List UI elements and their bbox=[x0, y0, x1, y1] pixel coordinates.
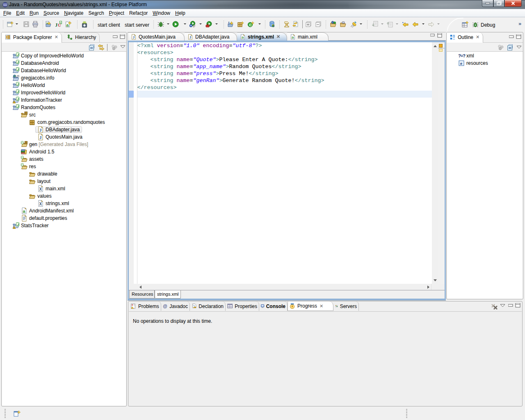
svg-text:C: C bbox=[249, 23, 252, 27]
svg-text:X: X bbox=[39, 202, 42, 206]
svg-text:a: a bbox=[242, 34, 244, 39]
svg-text:J: J bbox=[17, 60, 19, 64]
svg-text:J: J bbox=[17, 82, 19, 86]
svg-text:J: J bbox=[39, 135, 42, 140]
svg-text:a: a bbox=[23, 209, 26, 214]
svg-text:a: a bbox=[292, 34, 294, 39]
svg-text:JS: JS bbox=[16, 75, 20, 78]
svg-text:@: @ bbox=[163, 304, 167, 308]
svg-text:J: J bbox=[189, 35, 192, 39]
svg-text:J: J bbox=[17, 68, 19, 71]
svg-text:J: J bbox=[17, 90, 19, 94]
svg-text:J: J bbox=[17, 223, 19, 226]
svg-text:J: J bbox=[39, 128, 42, 132]
svg-text:J: J bbox=[17, 105, 19, 108]
svg-text:J: J bbox=[17, 53, 19, 57]
svg-text:J: J bbox=[17, 97, 19, 101]
svg-text:X: X bbox=[39, 187, 42, 192]
svg-text:e: e bbox=[460, 61, 462, 66]
svg-text:J: J bbox=[133, 35, 135, 39]
